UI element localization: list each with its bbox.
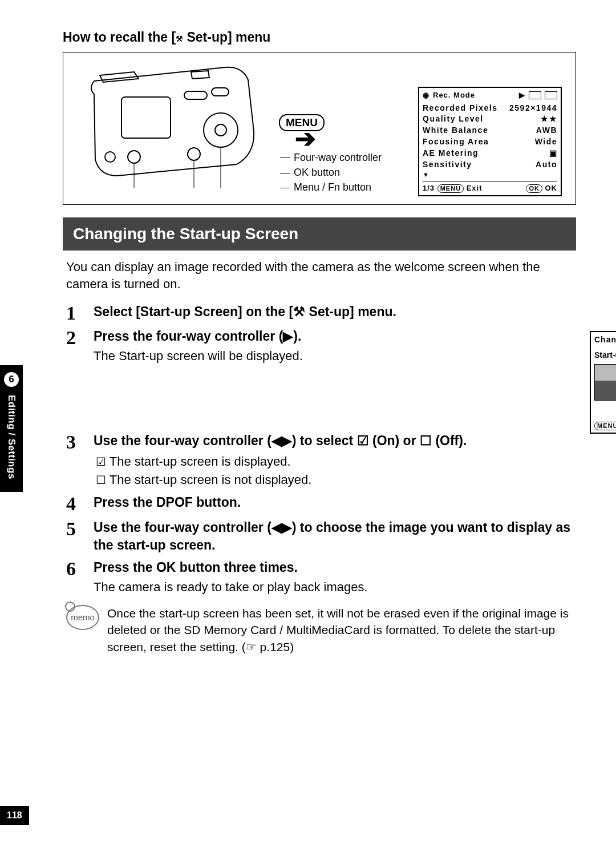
svg-point-2 bbox=[215, 124, 226, 136]
ok-button-label: OK button bbox=[279, 165, 399, 179]
tab-arrow-icon: ▶ bbox=[519, 90, 525, 100]
menu-fn-label: Menu / Fn button bbox=[279, 180, 399, 194]
recall-box: MENU ➔ Four-way controller OK button Men… bbox=[63, 52, 576, 205]
svg-point-4 bbox=[128, 151, 140, 163]
intro-text: You can display an image recorded with t… bbox=[66, 259, 573, 292]
step-6-number: 6 bbox=[66, 559, 94, 579]
step-4-number: 4 bbox=[66, 494, 94, 514]
tools-icon: ⚒ bbox=[176, 34, 183, 43]
checked-icon: ☑ bbox=[96, 455, 106, 468]
step-2-number: 2 bbox=[66, 328, 94, 348]
svg-rect-7 bbox=[212, 88, 229, 96]
memo-text: Once the start-up screen has been set, i… bbox=[107, 605, 573, 655]
playback-tab-icon bbox=[529, 91, 541, 99]
step-5-number: 5 bbox=[66, 519, 94, 539]
svg-rect-0 bbox=[121, 97, 171, 138]
rec-mode-row: Quality Level★★ bbox=[423, 114, 557, 124]
step-5-title: Use the four-way controller (◀▶) to choo… bbox=[94, 519, 576, 554]
step-1-title: Select [Start-up Screen] on the [⚒ Set-u… bbox=[94, 303, 576, 321]
svg-point-3 bbox=[188, 148, 200, 160]
recall-title: How to recall the [⚒ Set-up] menu bbox=[63, 29, 576, 46]
step-6-note: The camera is ready to take or play back… bbox=[94, 579, 576, 596]
startup-screen-diagram: Change Start-up Screen Start-up Screen ◀… bbox=[590, 331, 616, 434]
arrow-right-icon: ➔ bbox=[295, 132, 399, 145]
rec-mode-row: White BalanceAWB bbox=[423, 125, 557, 136]
step-3-sublist: ☑ The start-up screen is displayed. ☐ Th… bbox=[96, 453, 576, 488]
step-1-number: 1 bbox=[66, 303, 94, 324]
setup-tab-icon bbox=[545, 91, 557, 99]
rec-mode-tab-label: Rec. Mode bbox=[433, 90, 475, 100]
svg-point-1 bbox=[204, 113, 238, 147]
camera-icon: ◉ bbox=[423, 90, 429, 100]
memo-icon: memo bbox=[66, 605, 99, 630]
rec-mode-row: SensitivityAuto bbox=[423, 159, 557, 170]
svg-rect-6 bbox=[184, 91, 207, 99]
screen-row-label: Start-up Screen bbox=[594, 350, 616, 361]
rec-mode-menu-diagram: ◉ Rec. Mode ▶ Recorded Pixels2592×1944Qu… bbox=[418, 87, 562, 196]
unchecked-icon: ☐ bbox=[96, 474, 106, 486]
rec-mode-row: Focusing AreaWide bbox=[423, 136, 557, 147]
section-heading: Changing the Start-up Screen bbox=[63, 217, 576, 251]
step-3-title: Use the four-way controller (◀▶) to sele… bbox=[94, 432, 576, 450]
screen-title: Change Start-up Screen bbox=[594, 334, 616, 345]
rec-mode-row: Recorded Pixels2592×1944 bbox=[423, 103, 557, 114]
step-4-title: Press the DPOF button. bbox=[94, 494, 576, 511]
svg-point-5 bbox=[105, 152, 115, 162]
step-2-note: The Start-up screen will be displayed. bbox=[94, 348, 405, 365]
step-2-title: Press the four-way controller (▶). bbox=[94, 328, 405, 345]
step-3-number: 3 bbox=[66, 432, 94, 453]
rec-mode-row: AE Metering▣ bbox=[423, 148, 557, 159]
four-way-label: Four-way controller bbox=[279, 151, 399, 164]
step-6-title: Press the OK button three times. bbox=[94, 559, 576, 576]
camera-diagram bbox=[77, 63, 260, 188]
screen-thumbnail bbox=[594, 364, 616, 401]
camera-labels: MENU ➔ Four-way controller OK button Men… bbox=[279, 63, 399, 196]
